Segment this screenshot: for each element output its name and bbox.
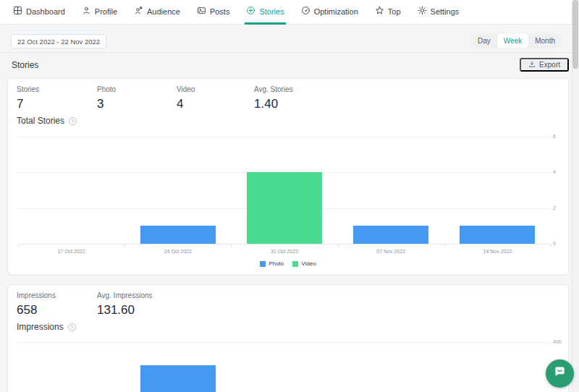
x-axis-label: 14 Nov 2022 (444, 249, 551, 254)
gridline (18, 244, 551, 244)
scrollbar-track[interactable] (572, 0, 579, 392)
view-granularity-toggle: Day Week Month (471, 34, 562, 48)
stories-icon (246, 6, 255, 17)
x-axis-label: 07 Nov 2022 (338, 249, 444, 254)
page-title: Stories (12, 60, 38, 70)
nav-item-optimization[interactable]: Optimization (300, 0, 360, 25)
settings-icon (418, 6, 427, 17)
nav-item-label: Stories (259, 7, 284, 16)
legend-item-photo[interactable]: Photo (260, 260, 284, 267)
posts-icon (197, 6, 206, 17)
x-axis-tickmark (551, 244, 551, 247)
nav-item-label: Optimization (314, 7, 358, 16)
date-range-button[interactable]: 22 Oct 2022 - 22 Nov 2022 (11, 34, 106, 48)
profile-icon (82, 6, 91, 17)
y-axis-tick-label: 2 (553, 205, 556, 210)
main-nav: Dashboard Profile Audience Posts Stories… (0, 0, 579, 25)
x-axis-tickmark (124, 244, 125, 247)
nav-item-label: Top (388, 7, 401, 16)
nav-item-label: Profile (95, 7, 117, 16)
nav-item-settings[interactable]: Settings (416, 0, 461, 25)
legend-swatch (292, 261, 298, 267)
x-axis-tickmark (444, 244, 445, 247)
nav-item-label: Posts (210, 7, 230, 16)
nav-item-dashboard[interactable]: Dashboard (12, 0, 67, 25)
toolbar-divider (0, 52, 579, 53)
stories-card: Stories 7 Photo 3 Video 4 Avg. Stories 1… (7, 78, 569, 275)
optimization-icon (301, 6, 310, 17)
x-axis-tickmark (338, 244, 339, 247)
scrollbar-thumb[interactable] (572, 0, 578, 69)
toggle-month[interactable]: Month (528, 34, 562, 48)
toggle-day[interactable]: Day (471, 34, 497, 48)
x-axis-tickmark (18, 244, 19, 247)
total-stories-chart: 024617 Oct 202224 Oct 202231 Oct 202207 … (8, 79, 568, 274)
legend-label: Video (301, 260, 316, 267)
x-axis-label: 17 Oct 2022 (18, 249, 124, 254)
legend-label: Photo (269, 260, 284, 267)
nav-item-profile[interactable]: Profile (80, 0, 119, 25)
chat-launcher-button[interactable] (546, 359, 574, 388)
chart-legend: PhotoVideo (8, 260, 568, 267)
audience-icon (134, 6, 143, 17)
chat-bubble-icon (552, 365, 567, 383)
gridline (18, 342, 551, 343)
gridline (18, 137, 551, 137)
nav-item-posts[interactable]: Posts (195, 0, 232, 25)
y-axis-tick-label: 6 (553, 134, 556, 139)
nav-item-audience[interactable]: Audience (132, 0, 182, 25)
nav-item-label: Audience (147, 7, 180, 16)
export-button[interactable]: Export (520, 58, 569, 72)
nav-item-top[interactable]: Top (373, 0, 402, 25)
bar-impressions-1[interactable] (140, 365, 216, 392)
toggle-week[interactable]: Week (497, 34, 528, 48)
bar-photo-4[interactable] (460, 226, 535, 244)
x-axis-label: 31 Oct 2022 (231, 249, 337, 254)
export-button-label: Export (539, 61, 560, 69)
legend-swatch (260, 261, 266, 267)
top-icon (375, 6, 384, 17)
nav-item-label: Settings (431, 7, 460, 16)
impressions-card: Impressions 658 Avg. Impressions 131.60 … (7, 284, 569, 392)
impressions-chart: 400 (8, 285, 568, 392)
y-axis-tick-label: 0 (553, 241, 556, 246)
x-axis-label: 24 Oct 2022 (124, 249, 231, 254)
y-axis-tick-label: 4 (553, 169, 556, 174)
nav-item-label: Dashboard (26, 7, 65, 16)
download-icon (528, 61, 536, 69)
legend-item-video[interactable]: Video (292, 260, 316, 267)
dashboard-icon (13, 6, 22, 17)
bar-photo-1[interactable] (140, 226, 216, 244)
bar-video-2[interactable] (247, 172, 322, 244)
nav-item-stories[interactable]: Stories (245, 0, 285, 25)
bar-photo-3[interactable] (353, 226, 428, 244)
y-axis-tick-label: 400 (553, 339, 562, 344)
x-axis-tickmark (231, 244, 232, 247)
